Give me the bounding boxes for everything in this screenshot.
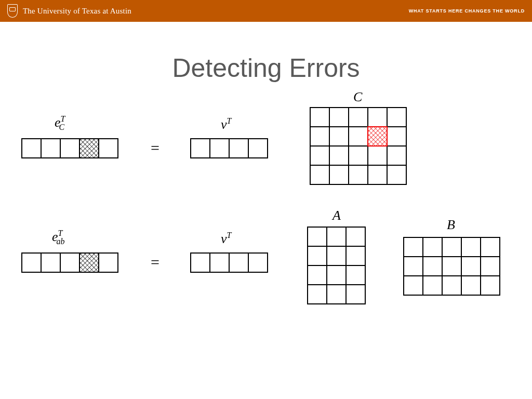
svg-rect-19 [368,108,387,127]
svg-rect-66 [461,237,481,257]
svg-rect-60 [308,285,327,304]
vector-eabT [21,252,122,275]
label-eCT-sup: T [61,114,65,123]
svg-rect-13 [210,139,229,158]
label-A: A [332,208,341,223]
svg-rect-51 [308,227,327,246]
svg-rect-41 [60,253,79,272]
matrix-B [403,236,507,301]
label-eabT-sub: ab [56,237,64,246]
svg-rect-16 [310,108,329,127]
svg-rect-61 [327,285,346,304]
svg-rect-34 [368,165,387,184]
vector-vT-row2 [190,252,273,275]
svg-rect-65 [442,237,461,257]
equals-row1: = [151,139,159,157]
svg-rect-15 [248,139,268,158]
svg-rect-10 [79,139,99,158]
svg-rect-25 [387,127,406,146]
label-vT1-sup: T [227,116,232,125]
svg-rect-18 [349,108,368,127]
label-vT-row2: vT [221,231,231,247]
svg-rect-67 [481,237,500,257]
svg-rect-20 [387,108,406,127]
svg-rect-32 [329,165,349,184]
svg-rect-21 [310,127,329,146]
svg-rect-8 [99,139,118,158]
svg-rect-22 [329,127,349,146]
svg-rect-47 [191,253,210,272]
vector-eCT [21,138,122,161]
label-vT-row1: vT [221,116,231,132]
matrix-A [307,226,371,309]
university-name: The University of Texas at Austin [23,7,131,16]
svg-rect-17 [329,108,349,127]
svg-rect-69 [423,257,442,276]
svg-rect-27 [329,146,349,165]
svg-rect-26 [310,146,329,165]
slide-title: Detecting Errors [0,53,532,83]
university-banner: The University of Texas at Austin WHAT S… [0,0,532,22]
svg-rect-76 [461,276,481,295]
label-eabT-sup: T [58,229,63,237]
svg-rect-59 [346,265,365,285]
svg-rect-70 [442,257,461,276]
svg-rect-33 [349,165,368,184]
svg-rect-39 [22,253,41,272]
label-eabT: eTab [52,229,64,246]
svg-rect-63 [404,237,423,257]
svg-rect-58 [327,265,346,285]
svg-rect-52 [327,227,346,246]
svg-rect-50 [248,253,268,272]
svg-rect-4 [22,139,41,158]
svg-rect-43 [99,253,118,272]
svg-rect-55 [327,246,346,265]
equals-row2: = [151,254,159,271]
svg-rect-14 [229,139,248,158]
svg-rect-56 [346,246,365,265]
label-eCT: eTC [55,114,64,132]
svg-rect-48 [210,253,229,272]
svg-rect-75 [442,276,461,295]
banner-tagline: WHAT STARTS HERE CHANGES THE WORLD [409,8,525,14]
label-vT1-base: v [221,117,227,132]
svg-rect-62 [346,285,365,304]
svg-rect-71 [461,257,481,276]
svg-rect-77 [481,276,500,295]
svg-rect-23 [349,127,368,146]
svg-rect-40 [41,253,60,272]
label-vT2-base: v [221,231,227,246]
svg-rect-30 [387,146,406,165]
svg-rect-49 [229,253,248,272]
label-eCT-sub: C [59,123,64,131]
matrix-C [309,107,413,190]
label-C: C [353,89,362,105]
svg-rect-28 [349,146,368,165]
label-B: B [447,217,455,233]
banner-left: The University of Texas at Austin [7,4,131,18]
svg-rect-74 [423,276,442,295]
svg-rect-54 [308,246,327,265]
svg-rect-31 [310,165,329,184]
svg-rect-5 [41,139,60,158]
svg-rect-12 [191,139,210,158]
vector-vT-row1 [190,138,273,161]
svg-rect-37 [368,127,387,146]
svg-rect-73 [404,276,423,295]
svg-rect-45 [79,253,99,272]
svg-rect-57 [308,265,327,285]
svg-rect-64 [423,237,442,257]
svg-rect-72 [481,257,500,276]
svg-rect-29 [368,146,387,165]
svg-rect-6 [60,139,79,158]
svg-rect-53 [346,227,365,246]
label-vT2-sup: T [227,231,232,240]
svg-rect-35 [387,165,406,184]
svg-rect-68 [404,257,423,276]
shield-icon [7,4,18,18]
